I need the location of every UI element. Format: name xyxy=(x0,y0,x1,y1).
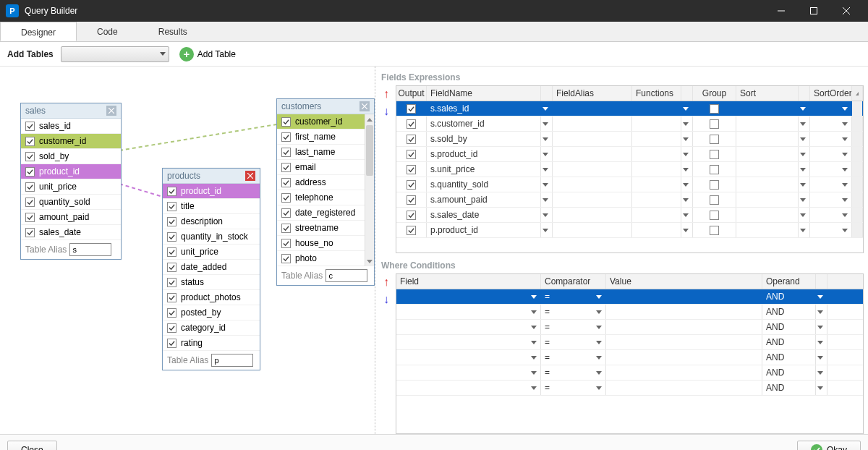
dropdown-icon[interactable] xyxy=(681,192,693,207)
output-checkbox[interactable] xyxy=(407,195,416,205)
fields-expression-row[interactable]: s.sales_date xyxy=(396,208,863,223)
fieldname-cell[interactable]: s.customer_id xyxy=(427,116,541,131)
checkbox-icon[interactable] xyxy=(167,187,176,196)
field-row[interactable]: sales_date xyxy=(21,225,121,240)
fieldalias-cell[interactable] xyxy=(553,177,632,192)
dropdown-icon[interactable] xyxy=(681,116,693,131)
output-checkbox[interactable] xyxy=(407,104,416,114)
group-checkbox[interactable] xyxy=(710,150,719,159)
where-comparator-cell[interactable]: = xyxy=(541,350,606,365)
where-condition-row[interactable]: =AND xyxy=(396,335,863,350)
functions-cell[interactable] xyxy=(632,101,681,116)
dropdown-icon[interactable] xyxy=(799,132,810,146)
output-checkbox[interactable] xyxy=(407,165,416,174)
field-row[interactable]: streetname xyxy=(277,221,365,236)
tables-dropdown[interactable] xyxy=(61,46,169,62)
checkbox-icon[interactable] xyxy=(25,137,35,146)
functions-cell[interactable] xyxy=(632,132,681,146)
dropdown-icon[interactable] xyxy=(541,192,553,207)
dropdown-icon[interactable] xyxy=(816,350,827,365)
where-field-cell[interactable] xyxy=(396,289,541,304)
sort-cell[interactable] xyxy=(736,132,799,146)
checkbox-icon[interactable] xyxy=(25,228,35,237)
field-row[interactable]: quantity_sold xyxy=(21,195,121,210)
fieldalias-cell[interactable] xyxy=(553,192,632,207)
checkbox-icon[interactable] xyxy=(281,148,291,157)
field-row[interactable]: product_id xyxy=(163,184,260,199)
checkbox-icon[interactable] xyxy=(167,247,176,257)
dropdown-icon[interactable] xyxy=(799,223,810,237)
dropdown-icon[interactable] xyxy=(681,162,693,177)
checkbox-icon[interactable] xyxy=(281,117,291,127)
checkbox-icon[interactable] xyxy=(167,263,176,272)
output-checkbox[interactable] xyxy=(407,135,416,144)
tab-designer[interactable]: Designer xyxy=(0,22,77,41)
output-checkbox[interactable] xyxy=(407,150,416,159)
fieldname-cell[interactable]: s.product_id xyxy=(427,147,541,161)
tab-code[interactable]: Code xyxy=(77,22,138,41)
fieldname-cell[interactable]: s.unit_price xyxy=(427,162,541,177)
sortorder-cell[interactable] xyxy=(810,192,852,207)
close-icon[interactable] xyxy=(106,106,116,116)
fieldalias-cell[interactable] xyxy=(553,101,632,116)
field-row[interactable]: sales_id xyxy=(21,119,121,134)
dropdown-icon[interactable] xyxy=(541,177,553,192)
where-condition-row[interactable]: =AND xyxy=(396,305,863,320)
add-table-button[interactable]: + Add Table xyxy=(176,46,239,63)
where-field-cell[interactable] xyxy=(396,320,541,334)
sort-cell[interactable] xyxy=(736,223,799,237)
where-operand-cell[interactable]: AND xyxy=(762,335,816,349)
checkbox-icon[interactable] xyxy=(167,232,176,242)
group-checkbox[interactable] xyxy=(710,226,719,235)
dropdown-icon[interactable] xyxy=(681,177,693,192)
dropdown-icon[interactable] xyxy=(541,208,553,222)
group-checkbox[interactable] xyxy=(710,104,719,114)
checkbox-icon[interactable] xyxy=(281,224,291,233)
col-sortorder[interactable]: SortOrder xyxy=(810,86,852,101)
dropdown-icon[interactable] xyxy=(681,223,693,237)
where-condition-row[interactable]: =AND xyxy=(396,320,863,335)
where-comparator-cell[interactable]: = xyxy=(541,289,606,304)
checkbox-icon[interactable] xyxy=(25,152,35,161)
output-checkbox[interactable] xyxy=(407,119,416,129)
scroll-down-icon[interactable] xyxy=(365,256,374,266)
dropdown-icon[interactable] xyxy=(816,365,827,380)
move-down-button[interactable]: ↓ xyxy=(383,106,389,117)
fieldname-cell[interactable]: s.sold_by xyxy=(427,132,541,146)
dropdown-icon[interactable] xyxy=(541,101,553,116)
field-row[interactable]: house_no xyxy=(277,236,365,251)
field-row[interactable]: category_id xyxy=(163,320,260,336)
fieldname-cell[interactable]: p.product_id xyxy=(427,223,541,237)
field-row[interactable]: sold_by xyxy=(21,149,121,164)
dropdown-icon[interactable] xyxy=(799,147,810,161)
col-operand[interactable]: Operand xyxy=(762,274,816,289)
dropdown-icon[interactable] xyxy=(541,147,553,161)
where-comparator-cell[interactable]: = xyxy=(541,381,606,395)
sort-cell[interactable] xyxy=(736,208,799,222)
table-card-customers[interactable]: customers customer_idfirst_namelast_name… xyxy=(276,98,375,286)
field-row[interactable]: address xyxy=(277,175,365,190)
field-row[interactable]: customer_id xyxy=(277,114,365,130)
functions-cell[interactable] xyxy=(632,192,681,207)
where-value-cell[interactable] xyxy=(606,365,762,380)
fields-expression-row[interactable]: s.sales_id xyxy=(396,101,863,116)
checkbox-icon[interactable] xyxy=(167,339,176,348)
where-field-cell[interactable] xyxy=(396,350,541,365)
sort-cell[interactable] xyxy=(736,101,799,116)
sortorder-cell[interactable] xyxy=(810,177,852,192)
scroll-up-icon[interactable] xyxy=(365,114,374,124)
where-field-cell[interactable] xyxy=(396,335,541,349)
dropdown-icon[interactable] xyxy=(799,116,810,131)
fieldname-cell[interactable]: s.sales_id xyxy=(427,101,541,116)
move-down-button[interactable]: ↓ xyxy=(383,294,389,305)
sortorder-cell[interactable] xyxy=(810,208,852,222)
dropdown-icon[interactable] xyxy=(799,101,810,116)
field-row[interactable]: posted_by xyxy=(163,305,260,320)
move-up-button[interactable]: ↑ xyxy=(383,88,389,100)
sortorder-cell[interactable] xyxy=(810,147,852,161)
sort-cell[interactable] xyxy=(736,162,799,177)
group-checkbox[interactable] xyxy=(710,119,719,129)
checkbox-icon[interactable] xyxy=(281,254,291,263)
field-row[interactable]: product_id xyxy=(21,164,121,179)
dropdown-icon[interactable] xyxy=(799,192,810,207)
